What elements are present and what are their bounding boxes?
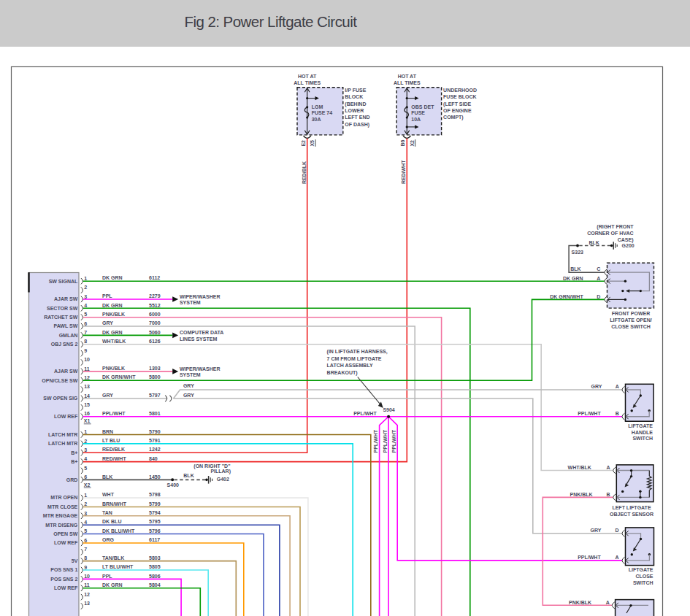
svg-text:PPL/WHT: PPL/WHT <box>102 411 126 416</box>
svg-text:TAN: TAN <box>102 510 112 515</box>
svg-text:A: A <box>616 555 619 560</box>
svg-text:BRN/WHT: BRN/WHT <box>102 501 127 507</box>
svg-text:5794: 5794 <box>149 510 161 515</box>
svg-text:G200: G200 <box>622 243 635 248</box>
svg-text:LEFT END: LEFT END <box>345 115 369 120</box>
svg-text:RED/BLK: RED/BLK <box>302 161 307 184</box>
svg-text:3: 3 <box>84 511 87 516</box>
svg-text:Fig 2: Power Liftgate Circuit: Fig 2: Power Liftgate Circuit <box>185 13 358 30</box>
svg-text:PPL/WHT: PPL/WHT <box>353 411 377 416</box>
svg-text:12: 12 <box>84 375 90 380</box>
svg-text:1: 1 <box>84 493 87 498</box>
svg-text:COMPUTER DATA: COMPUTER DATA <box>180 330 223 335</box>
svg-text:5796: 5796 <box>149 528 161 534</box>
svg-text:LEFT LIFTGATE: LEFT LIFTGATE <box>612 505 651 510</box>
svg-text:GRY: GRY <box>102 320 113 326</box>
svg-text:6117: 6117 <box>149 537 160 542</box>
svg-text:BLK: BLK <box>102 474 112 480</box>
svg-text:ALL TIMES: ALL TIMES <box>394 80 421 85</box>
svg-text:MTR ENGAGE: MTR ENGAGE <box>43 513 78 518</box>
svg-text:B+: B+ <box>71 450 77 455</box>
svg-text:7: 7 <box>84 330 87 335</box>
svg-text:6126: 6126 <box>149 339 161 344</box>
svg-text:16: 16 <box>84 411 90 416</box>
svg-text:D: D <box>597 294 600 299</box>
svg-text:7 CM FROM LIFTGATE: 7 CM FROM LIFTGATE <box>327 356 382 361</box>
svg-text:X1: X1 <box>84 418 91 423</box>
svg-text:5790: 5790 <box>149 429 161 434</box>
svg-text:SW OPEN SIG: SW OPEN SIG <box>43 396 78 401</box>
svg-text:5803: 5803 <box>149 555 161 561</box>
svg-text:CLOSE SWITCH: CLOSE SWITCH <box>611 324 651 329</box>
svg-text:(LEFT SIDE: (LEFT SIDE <box>443 101 471 107</box>
svg-text:PNK/BLK: PNK/BLK <box>102 312 125 317</box>
svg-text:GRY: GRY <box>102 393 113 398</box>
svg-text:GRY: GRY <box>183 393 194 398</box>
svg-text:CORNER OF HVAC: CORNER OF HVAC <box>587 231 633 236</box>
svg-text:GMLAN: GMLAN <box>59 333 78 338</box>
svg-text:5804: 5804 <box>149 582 161 588</box>
svg-text:POS SNS 2: POS SNS 2 <box>50 577 77 582</box>
svg-text:1: 1 <box>84 276 87 281</box>
svg-text:30A: 30A <box>312 117 321 122</box>
svg-text:7000: 7000 <box>149 320 161 326</box>
svg-text:DK GRN/WHT: DK GRN/WHT <box>550 294 583 299</box>
svg-text:E2: E2 <box>301 140 306 147</box>
svg-text:13: 13 <box>84 601 90 606</box>
svg-text:SWITCH: SWITCH <box>632 436 653 441</box>
svg-text:X5: X5 <box>310 140 315 147</box>
svg-text:(IN LIFTGATE HARNESS,: (IN LIFTGATE HARNESS, <box>327 349 388 355</box>
svg-text:BLK: BLK <box>570 266 580 272</box>
svg-text:CLOSE: CLOSE <box>635 574 653 579</box>
svg-text:GRY: GRY <box>591 528 602 533</box>
svg-text:BLK: BLK <box>183 473 193 478</box>
svg-text:LOW REF: LOW REF <box>54 414 78 419</box>
svg-text:LOWER: LOWER <box>345 108 364 113</box>
svg-text:LIFTGATE OPEN/: LIFTGATE OPEN/ <box>610 317 651 323</box>
svg-text:BLOCK: BLOCK <box>345 94 363 99</box>
svg-text:7: 7 <box>84 547 87 552</box>
svg-text:5799: 5799 <box>149 501 161 507</box>
svg-text:MTR DISENG: MTR DISENG <box>45 523 78 528</box>
svg-text:G402: G402 <box>217 477 229 482</box>
svg-text:D: D <box>616 528 619 533</box>
svg-text:RED/BLK: RED/BLK <box>102 447 125 452</box>
svg-text:PPL/WHT: PPL/WHT <box>373 429 378 453</box>
svg-text:SYSTEM: SYSTEM <box>180 300 201 305</box>
svg-text:SECTOR SW: SECTOR SW <box>47 306 78 311</box>
svg-text:5791: 5791 <box>149 438 161 443</box>
svg-text:SW SIGNAL: SW SIGNAL <box>49 279 78 284</box>
svg-text:WHT/BLK: WHT/BLK <box>102 339 126 344</box>
svg-text:GRY: GRY <box>183 383 194 388</box>
svg-text:LOW REF: LOW REF <box>54 585 78 590</box>
svg-text:CASE): CASE) <box>618 237 634 243</box>
svg-text:HOT AT: HOT AT <box>298 74 317 79</box>
svg-text:B: B <box>616 411 619 416</box>
svg-text:5V: 5V <box>72 558 78 563</box>
svg-text:5512: 5512 <box>149 303 161 308</box>
svg-text:6: 6 <box>84 321 87 326</box>
svg-text:B: B <box>606 492 610 497</box>
svg-text:PPL/WHT: PPL/WHT <box>578 555 601 560</box>
svg-text:6112: 6112 <box>149 275 160 280</box>
svg-text:OPN/CLSE SW: OPN/CLSE SW <box>42 378 77 383</box>
svg-text:(RIGHT FRONT: (RIGHT FRONT <box>597 224 634 230</box>
svg-text:5806: 5806 <box>149 574 161 579</box>
svg-text:A: A <box>616 384 619 389</box>
svg-text:11: 11 <box>84 582 90 588</box>
svg-text:1: 1 <box>84 429 87 434</box>
svg-text:LIFTGATE: LIFTGATE <box>629 567 653 572</box>
svg-text:5801: 5801 <box>149 411 161 416</box>
svg-text:PPL/WHT: PPL/WHT <box>383 429 388 453</box>
svg-text:OBS DET: OBS DET <box>411 104 434 109</box>
svg-text:FRONT POWER: FRONT POWER <box>612 311 651 316</box>
svg-text:GRY: GRY <box>591 384 602 389</box>
svg-text:LT BLU/WHT: LT BLU/WHT <box>102 564 134 569</box>
svg-text:WIPER/WASHER: WIPER/WASHER <box>180 294 221 299</box>
svg-text:1242: 1242 <box>149 447 161 452</box>
svg-text:S323: S323 <box>572 250 583 255</box>
svg-text:OBJECT SENSOR: OBJECT SENSOR <box>610 512 653 517</box>
svg-text:4: 4 <box>84 303 87 308</box>
svg-text:RED/WHT: RED/WHT <box>102 456 126 461</box>
svg-text:5: 5 <box>84 466 87 471</box>
